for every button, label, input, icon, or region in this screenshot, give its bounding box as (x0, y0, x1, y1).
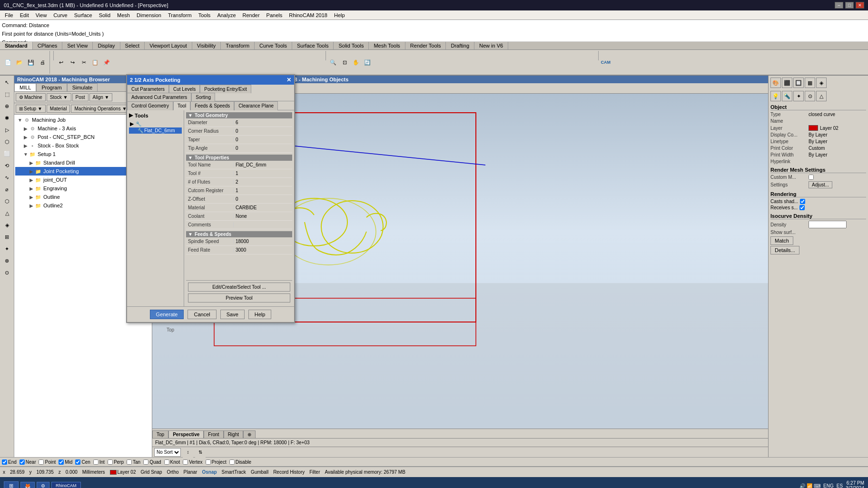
ribbon-tab-display[interactable]: Display (93, 42, 120, 49)
lt-btn-13[interactable]: ◈ (1, 219, 13, 231)
lt-btn-6[interactable]: ⬡ (1, 136, 13, 147)
lt-btn-8[interactable]: ⟲ (1, 160, 13, 171)
open-btn[interactable]: 📂 (14, 57, 25, 68)
tree-engraving[interactable]: ▶ 📁 Engraving (15, 184, 151, 193)
maximize-btn[interactable]: □ (845, 2, 854, 9)
expand-stock[interactable]: ▶ (23, 143, 29, 148)
lt-btn-17[interactable]: ⊙ (1, 267, 13, 278)
sort-btn-1[interactable]: ↕ (183, 447, 193, 458)
lt-btn-9[interactable]: ∿ (1, 172, 13, 183)
expand-setup1[interactable]: ▼ (23, 152, 29, 157)
snap-near-check[interactable] (20, 459, 25, 465)
planar-label[interactable]: Planar (184, 469, 197, 475)
menu-rhinocam[interactable]: RhinoCAM 2018 (286, 12, 330, 19)
machining-ops-btn[interactable]: Machining Operations ▼ (71, 105, 130, 113)
color-btn-5[interactable]: ◈ (816, 78, 827, 88)
ortho-label[interactable]: Ortho (167, 469, 179, 475)
expand-outline2[interactable]: ▶ (29, 203, 34, 208)
expand-joint-pocketing[interactable]: ▶ (29, 169, 34, 174)
lt-btn-12[interactable]: △ (1, 207, 13, 219)
tab-program[interactable]: Program (36, 83, 67, 91)
lt-btn-15[interactable]: ✦ (1, 243, 13, 254)
new-btn[interactable]: 📄 (3, 57, 13, 68)
color-btn-3[interactable]: 🔲 (793, 78, 804, 88)
zoom-in-btn[interactable]: 🔍 (328, 57, 338, 68)
ribbon-tab-meshtools[interactable]: Mesh Tools (369, 42, 405, 49)
render-btn-3[interactable]: ✦ (793, 91, 804, 101)
adjust-btn[interactable]: Adjust... (809, 181, 832, 188)
snap-cen-check[interactable] (75, 459, 80, 465)
filter-label[interactable]: Filter (309, 469, 320, 475)
rhinocam-btn[interactable]: CAM (601, 57, 611, 68)
taskbar-rhinocam[interactable]: RhinoCAM (51, 482, 81, 488)
taskbar-app-1[interactable]: 🦊 (20, 482, 35, 488)
vp-tab-perspective[interactable]: Perspective (168, 430, 204, 438)
expand-engraving[interactable]: ▶ (29, 186, 34, 191)
taskbar-app-2[interactable]: ⚙ (37, 482, 49, 488)
tb-save2[interactable]: 💾 (177, 83, 187, 94)
expand-machining-job[interactable]: ▼ (17, 117, 23, 123)
pan-btn[interactable]: ✋ (351, 57, 361, 68)
ribbon-tab-drafting[interactable]: Drafting (446, 42, 474, 49)
minimize-btn[interactable]: – (835, 2, 843, 9)
snap-disable-check[interactable] (229, 459, 235, 465)
color-btn-1[interactable]: 🎨 (770, 78, 781, 88)
vp-tab-top[interactable]: Top (152, 430, 168, 438)
render-btn-5[interactable]: △ (816, 91, 827, 101)
snap-point-check[interactable] (39, 459, 44, 465)
start-button[interactable]: ⊞ (4, 481, 19, 488)
expand-joint-out[interactable]: ▶ (29, 177, 34, 183)
menu-help[interactable]: Help (331, 12, 348, 19)
lt-btn-11[interactable]: ⬡ (1, 195, 13, 207)
ribbon-tab-standard[interactable]: Standard (0, 42, 33, 49)
ribbon-tab-newinv6[interactable]: New in V6 (474, 42, 508, 49)
tree-stock[interactable]: ▶ ▪ Stock - Box Stock (15, 141, 151, 150)
lt-btn-5[interactable]: ▷ (1, 124, 13, 136)
menu-analyze[interactable]: Analyze (214, 12, 238, 19)
ribbon-tab-transform[interactable]: Transform (221, 42, 255, 49)
tree-machine[interactable]: ▶ ⚙ Machine - 3 Axis (15, 124, 151, 133)
menu-solid[interactable]: Solid (96, 12, 113, 19)
receives-checkbox[interactable] (799, 205, 805, 210)
menu-edit[interactable]: Edit (17, 12, 32, 19)
snap-knot-check[interactable] (164, 459, 169, 465)
tree-post[interactable]: ▶ ⚙ Post - CNC_STEP_BCN (15, 133, 151, 141)
snap-end-check[interactable] (2, 459, 7, 465)
osnap-label[interactable]: Osnap (202, 469, 217, 475)
ribbon-tab-solidtools[interactable]: Solid Tools (334, 42, 369, 49)
lt-btn-4[interactable]: ✱ (1, 112, 13, 124)
custom-m-checkbox[interactable] (809, 175, 814, 180)
redo-btn[interactable]: ↪ (67, 57, 78, 68)
paste-btn[interactable]: 📌 (101, 57, 112, 68)
ribbon-tab-cplanes[interactable]: CPlanes (33, 42, 63, 49)
match-button[interactable]: Match (770, 236, 793, 245)
expand-post[interactable]: ▶ (23, 135, 29, 140)
menu-view[interactable]: View (33, 12, 50, 19)
save-btn[interactable]: 💾 (26, 57, 36, 68)
tb-kpros[interactable]: K-Pros... (216, 83, 227, 94)
menu-curve[interactable]: Curve (50, 12, 70, 19)
snap-vertex-check[interactable] (183, 459, 188, 465)
sort-dropdown[interactable]: No Sort (154, 448, 181, 457)
cut-btn[interactable]: ✂ (79, 57, 89, 68)
viewport[interactable]: Top Perspective Top Perspective Front Ri… (152, 94, 768, 438)
expand-std-drill[interactable]: ▶ (29, 160, 34, 166)
record-history-label[interactable]: Record History (273, 469, 305, 475)
rotate-btn[interactable]: 🔄 (362, 57, 373, 68)
casts-shadow-checkbox[interactable] (800, 199, 805, 204)
render-btn-4[interactable]: ⊙ (805, 91, 815, 101)
vp-tab-right[interactable]: Right (224, 430, 243, 438)
tree-standard-drill[interactable]: ▶ 📁 Standard Drill (15, 158, 151, 167)
vp-tab-front[interactable]: Front (204, 430, 223, 438)
snap-mid-check[interactable] (59, 459, 64, 465)
menu-dimension[interactable]: Dimension (134, 12, 164, 19)
print-btn[interactable]: 🖨 (37, 57, 48, 68)
ribbon-tab-surfacetools[interactable]: Surface Tools (292, 42, 334, 49)
tree-setup1[interactable]: ▼ 📁 Setup 1 (15, 150, 151, 158)
expand-machine[interactable]: ▶ (23, 126, 29, 131)
lt-btn-14[interactable]: ⊞ (1, 231, 13, 243)
tab-simulate[interactable]: Simulate (67, 83, 98, 91)
lt-btn-10[interactable]: ⌀ (1, 184, 13, 195)
vp-tab-add[interactable]: ⊕ (243, 430, 256, 438)
grid-snap-label[interactable]: Grid Snap (140, 469, 162, 475)
